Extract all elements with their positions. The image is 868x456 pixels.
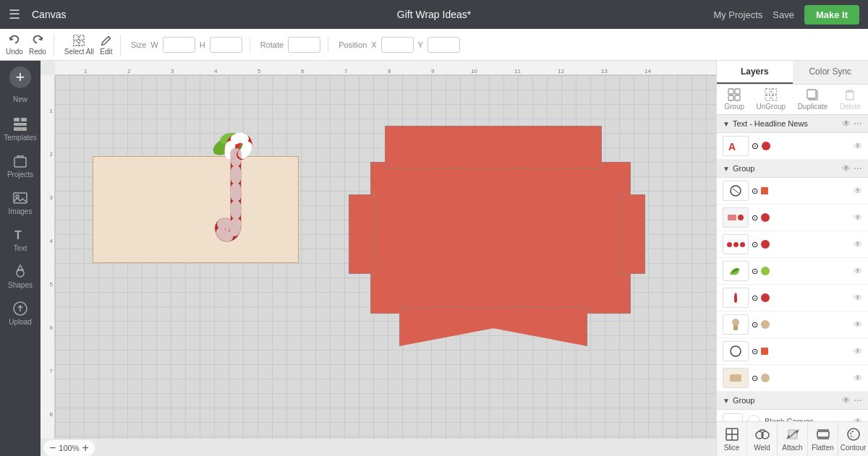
menu-icon[interactable]: ☰ [9, 7, 20, 22]
pos-y-input[interactable] [427, 37, 460, 53]
canvas-area[interactable]: 1 2 3 4 5 6 7 8 9 10 11 12 13 14 1 2 3 4… [41, 61, 716, 456]
layer-eye-7[interactable]: 👁 [854, 346, 862, 356]
layer-eye-4[interactable]: 👁 [854, 266, 862, 276]
layer-group-header-text[interactable]: ▼ Text - Headline News 👁 ⋯ [717, 115, 868, 133]
group3-more-icon[interactable]: ⋯ [854, 395, 862, 405]
group2-visibility-icon[interactable]: 👁 [842, 163, 851, 173]
tab-layers[interactable]: Layers [717, 61, 793, 84]
undo-button[interactable]: Undo [6, 34, 23, 56]
canvas-content[interactable] [55, 75, 716, 439]
layer-eye-blank[interactable]: 👁 [854, 416, 862, 421]
layer-item-blank[interactable]: Blank Canvas 👁 [717, 410, 868, 421]
zoom-out-button[interactable]: − [49, 442, 56, 454]
group-more-icon[interactable]: ⋯ [854, 119, 862, 129]
canvas-objects [55, 75, 716, 439]
layer-item-4[interactable]: ⊙ 👁 [717, 258, 868, 285]
zoom-level: 100% [59, 444, 79, 452]
size-h-input[interactable] [210, 37, 242, 53]
layer-color-red [762, 142, 770, 150]
topbar: ☰ Canvas Gift Wrap Ideas* My Projects Sa… [0, 0, 868, 29]
layer-item-text[interactable]: A ⊙ 👁 [717, 133, 868, 160]
ruler-top: 1 2 3 4 5 6 7 8 9 10 11 12 13 14 [55, 61, 716, 75]
svg-rect-6 [21, 118, 27, 121]
group3-visibility-icon[interactable]: 👁 [842, 395, 851, 405]
svg-rect-1 [80, 35, 84, 39]
layer-lock-2: ⊙ [752, 213, 758, 223]
svg-text:T: T [14, 229, 22, 241]
ungroup-button[interactable]: UnGroup [757, 88, 786, 111]
layer-eye-3[interactable]: 👁 [854, 239, 862, 249]
group-button[interactable]: Group [724, 88, 744, 111]
envelope-container[interactable] [356, 126, 642, 350]
group-visibility-icon[interactable]: 👁 [842, 119, 851, 129]
size-w-input[interactable] [163, 37, 195, 53]
layer-eye-text[interactable]: 👁 [854, 141, 862, 151]
layer-item-1[interactable]: ⊙ 👁 [717, 178, 868, 205]
toolbar-select: Select All Edit [57, 34, 121, 56]
envelope-body [370, 162, 631, 314]
save-button[interactable]: Save [773, 9, 794, 20]
layer-thumb-text: A [723, 136, 749, 156]
layer-thumb-7 [723, 341, 749, 361]
slice-button[interactable]: Slice [717, 422, 747, 456]
layer-thumb-5 [723, 288, 749, 308]
layer-eye-5[interactable]: 👁 [854, 293, 862, 303]
sidebar-item-projects[interactable]: Projects [2, 149, 38, 183]
layer-item-2[interactable]: ⊙ 👁 [717, 205, 868, 231]
layer-lock-3: ⊙ [752, 240, 758, 249]
sidebar-item-images[interactable]: Images [2, 186, 38, 220]
duplicate-button[interactable]: Duplicate [798, 88, 828, 111]
select-all-button[interactable]: Select All [64, 34, 94, 56]
layer-color-8 [761, 374, 770, 382]
candy-cane-decoration[interactable] [200, 117, 272, 244]
layer-eye-2[interactable]: 👁 [854, 212, 862, 223]
svg-rect-31 [807, 90, 816, 98]
redo-button[interactable]: Redo [29, 34, 46, 56]
svg-point-38 [731, 346, 741, 356]
left-sidebar: + New Templates Projects Images T Text S… [0, 61, 41, 456]
flatten-button[interactable]: Flatten [808, 422, 838, 456]
sidebar-item-text[interactable]: T Text [2, 223, 38, 257]
layer-item-8[interactable]: ⊙ 👁 [717, 365, 868, 392]
layer-thumb-8 [723, 368, 749, 388]
layer-eye-8[interactable]: 👁 [854, 373, 862, 383]
layer-item-6[interactable]: ⊙ 👁 [717, 311, 868, 338]
sidebar-item-upload[interactable]: Upload [2, 296, 38, 330]
layer-eye-6[interactable]: 👁 [854, 319, 862, 330]
svg-rect-7 [14, 123, 27, 126]
svg-rect-5 [14, 118, 20, 121]
layer-item-7[interactable]: ⊙ 👁 [717, 338, 868, 365]
my-projects-link[interactable]: My Projects [713, 9, 762, 20]
tab-color-sync[interactable]: Color Sync [793, 61, 869, 84]
layer-color-4 [761, 267, 770, 275]
svg-rect-8 [14, 127, 27, 131]
layer-group-header-2[interactable]: ▼ Group 👁 ⋯ [717, 160, 868, 178]
topbar-right: My Projects Save Make It [713, 5, 859, 25]
projects-label: Projects [7, 171, 33, 178]
sidebar-item-templates[interactable]: Templates [2, 112, 38, 146]
layer-item-5[interactable]: ⊙ 👁 [717, 285, 868, 311]
toolbar-position: Position X Y [331, 37, 467, 53]
rotate-input[interactable] [288, 37, 320, 53]
contour-button[interactable]: Contour [838, 422, 868, 456]
pos-x-input[interactable] [381, 37, 414, 53]
sidebar-item-shapes[interactable]: Shapes [2, 259, 38, 293]
make-it-button[interactable]: Make It [804, 5, 859, 25]
edit-button[interactable]: Edit [100, 34, 113, 56]
new-button[interactable]: + [9, 66, 31, 88]
envelope-flap-top [385, 126, 602, 169]
layers-list[interactable]: ▼ Text - Headline News 👁 ⋯ A ⊙ 👁 ▼ Group… [717, 115, 868, 421]
layer-pencil-7 [761, 348, 768, 355]
group2-more-icon[interactable]: ⋯ [854, 163, 862, 173]
delete-button[interactable]: Delete [840, 88, 861, 111]
attach-button[interactable]: Attach [778, 422, 808, 456]
layer-item-3[interactable]: ⊙ 👁 [717, 231, 868, 258]
layer-eye-1[interactable]: 👁 [854, 186, 862, 196]
group-name-3: Group [733, 396, 842, 405]
envelope-tab-right [620, 194, 645, 274]
zoom-in-button[interactable]: + [82, 442, 88, 454]
layer-lock-5: ⊙ [752, 293, 758, 303]
svg-rect-32 [846, 92, 854, 100]
weld-button[interactable]: Weld [747, 422, 778, 456]
layer-group-header-3[interactable]: ▼ Group 👁 ⋯ [717, 392, 868, 410]
